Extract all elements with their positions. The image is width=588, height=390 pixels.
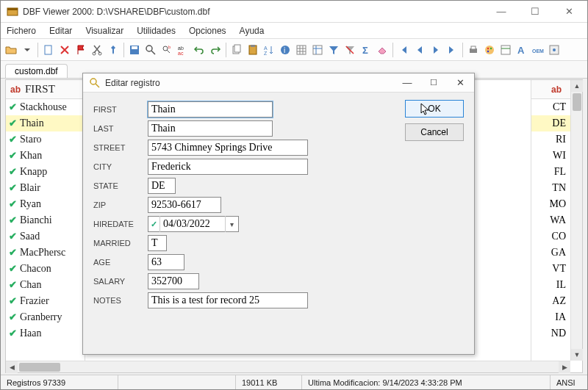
pin-icon[interactable] (106, 43, 121, 57)
chevron-down-icon[interactable]: ▾ (225, 216, 238, 232)
input-notes[interactable] (148, 292, 308, 308)
table-row[interactable]: ✔Saad (6, 228, 85, 245)
horizontal-scrollbar[interactable]: ◀ ▶ (6, 361, 570, 372)
input-city[interactable] (148, 159, 308, 175)
last-icon[interactable] (445, 43, 459, 57)
sum-icon[interactable]: Σ (359, 43, 373, 57)
info-icon[interactable]: i (278, 43, 293, 57)
maximize-button[interactable]: ☐ (518, 1, 552, 22)
table-row[interactable]: ✔Khan (6, 148, 85, 164)
table-row[interactable]: ✔Staro (6, 131, 85, 148)
filter-off-icon[interactable] (343, 43, 357, 57)
table-row[interactable]: IL (531, 277, 570, 293)
table-row[interactable]: ND (531, 325, 570, 342)
table-row[interactable]: MO (531, 196, 570, 212)
search-icon[interactable] (143, 43, 158, 57)
menu-options[interactable]: Opciones (189, 26, 226, 36)
menu-edit[interactable]: Editar (49, 26, 72, 36)
print-icon[interactable] (466, 43, 481, 57)
scroll-thumb[interactable] (573, 93, 581, 111)
table-row[interactable]: ✔MacPhersc (6, 245, 85, 261)
dialog-minimize-button[interactable]: — (396, 75, 418, 91)
table-row[interactable]: AZ (531, 293, 570, 309)
dropdown-icon[interactable] (20, 43, 35, 57)
scroll-down-icon[interactable]: ▼ (571, 349, 583, 361)
input-hiredate[interactable]: ✓ 04/03/2022 ▾ (148, 216, 239, 232)
menu-view[interactable]: Visualizar (85, 26, 123, 36)
scroll-right-icon[interactable]: ▶ (559, 361, 570, 373)
table-row[interactable]: RI (531, 131, 570, 148)
input-married[interactable] (148, 235, 167, 251)
open-icon[interactable] (4, 43, 18, 57)
clear-icon[interactable] (375, 43, 390, 57)
export-icon[interactable] (498, 43, 513, 57)
table-row[interactable]: ✔Bianchi (6, 212, 85, 228)
table-row[interactable]: ✔Granberry (6, 309, 85, 325)
column-header-state[interactable]: ab (531, 80, 570, 99)
cut-icon[interactable] (90, 43, 104, 57)
date-checkbox-icon[interactable]: ✓ (148, 216, 160, 232)
table-row[interactable]: ✔Chacon (6, 261, 85, 277)
filter-icon[interactable] (326, 43, 341, 57)
table-row[interactable]: CO (531, 228, 570, 245)
table-row[interactable]: WI (531, 148, 570, 164)
table-row[interactable]: ✔Stackhouse (6, 99, 85, 115)
oem-icon[interactable]: OEM (531, 43, 545, 57)
prev-icon[interactable] (412, 43, 427, 57)
table-row[interactable]: ✔Thain (6, 115, 85, 131)
table-row[interactable]: CT (531, 99, 570, 115)
menu-file[interactable]: Fichero (7, 26, 36, 36)
table-row[interactable]: VT (531, 261, 570, 277)
dialog-close-button[interactable]: ✕ (449, 75, 471, 91)
ok-button[interactable]: OK (405, 100, 464, 118)
input-salary[interactable] (148, 273, 199, 289)
find-replace-icon[interactable]: b (159, 43, 174, 57)
table-row[interactable]: WA (531, 212, 570, 228)
paste-icon[interactable] (245, 43, 260, 57)
scroll-left-icon[interactable]: ◀ (6, 361, 18, 373)
delete-icon[interactable] (57, 43, 72, 57)
dialog-maximize-button[interactable]: ☐ (423, 75, 445, 91)
flag-icon[interactable] (74, 43, 88, 57)
table-row[interactable]: ✔Haan (6, 325, 85, 342)
table-row[interactable]: FL (531, 164, 570, 180)
structure-icon[interactable] (310, 43, 325, 57)
sort-icon[interactable]: AZ (262, 43, 276, 57)
copy-icon[interactable] (229, 43, 244, 57)
options-icon[interactable] (547, 43, 562, 57)
table-row[interactable]: IA (531, 309, 570, 325)
close-button[interactable]: ✕ (552, 1, 586, 22)
table-row[interactable]: ✔Chan (6, 277, 85, 293)
redo-icon[interactable] (208, 43, 223, 57)
save-icon[interactable] (127, 43, 142, 57)
new-icon[interactable] (41, 43, 56, 57)
input-last[interactable] (148, 120, 273, 137)
tab-custom[interactable]: custom.dbf (5, 64, 68, 78)
grid-icon[interactable] (294, 43, 309, 57)
table-row[interactable]: TN (531, 180, 570, 196)
table-row[interactable]: ✔Ryan (6, 196, 85, 212)
menu-help[interactable]: Ayuda (240, 26, 265, 36)
menu-tools[interactable]: Utilidades (137, 26, 176, 36)
undo-icon[interactable] (192, 43, 207, 57)
first-icon[interactable] (396, 43, 411, 57)
input-first[interactable] (148, 101, 273, 118)
input-state[interactable] (148, 178, 176, 194)
vertical-scrollbar[interactable]: ▲ ▼ (570, 80, 582, 361)
input-zip[interactable] (148, 197, 221, 213)
scroll-up-icon[interactable]: ▲ (571, 80, 583, 92)
table-row[interactable]: GA (531, 245, 570, 261)
scroll-thumb[interactable] (19, 363, 60, 372)
table-row[interactable]: DE (531, 115, 570, 131)
input-age[interactable] (148, 254, 184, 270)
table-row[interactable]: ✔Blair (6, 180, 85, 196)
input-street[interactable] (148, 140, 308, 156)
font-icon[interactable]: A (514, 43, 529, 57)
cancel-button[interactable]: Cancel (405, 123, 464, 141)
next-icon[interactable] (429, 43, 443, 57)
table-row[interactable]: ✔Frazier (6, 293, 85, 309)
minimize-button[interactable]: — (484, 1, 518, 22)
palette-icon[interactable] (482, 43, 497, 57)
table-row[interactable]: ✔Knapp (6, 164, 85, 180)
column-header-first[interactable]: ab FIRST (6, 80, 85, 99)
